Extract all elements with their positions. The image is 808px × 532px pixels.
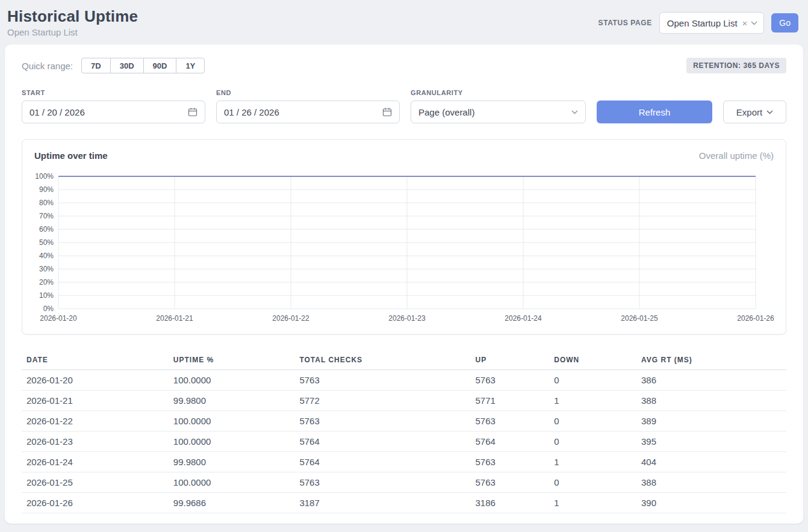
column-header-date: DATE bbox=[22, 350, 169, 370]
table-cell: 0 bbox=[549, 472, 636, 493]
quick-range-90d-button[interactable]: 90D bbox=[143, 58, 177, 73]
svg-text:80%: 80% bbox=[39, 199, 54, 207]
page-header: Historical Uptime Open Startup List STAT… bbox=[0, 0, 808, 37]
table-cell: 2026-01-25 bbox=[22, 472, 169, 493]
table-row: 2026-01-2699.9686318731861390 bbox=[22, 493, 786, 513]
granularity-select[interactable]: Page (overall) bbox=[411, 101, 586, 123]
granularity-selected-value: Page (overall) bbox=[418, 107, 474, 117]
chevron-down-icon bbox=[766, 110, 773, 114]
table-cell: 404 bbox=[636, 452, 786, 472]
title-block: Historical Uptime Open Startup List bbox=[7, 7, 138, 37]
svg-text:90%: 90% bbox=[39, 185, 54, 194]
end-date-input[interactable]: 01 / 26 / 2026 bbox=[216, 101, 400, 123]
quick-range-1y-button[interactable]: 1Y bbox=[176, 58, 205, 73]
column-header-down: DOWN bbox=[549, 350, 636, 370]
table-cell: 5772 bbox=[294, 391, 470, 411]
table-row: 2026-01-20100.0000576357630386 bbox=[22, 370, 786, 391]
go-button[interactable]: Go bbox=[771, 13, 798, 32]
table-cell: 0 bbox=[549, 431, 636, 452]
status-page-label: STATUS PAGE bbox=[598, 19, 652, 27]
table-cell: 3187 bbox=[294, 493, 470, 513]
status-page-selected-value: Open Startup List bbox=[667, 18, 738, 28]
table-cell: 2026-01-23 bbox=[22, 431, 169, 452]
table-cell: 99.9800 bbox=[169, 452, 295, 472]
table-cell: 389 bbox=[636, 411, 786, 431]
table-cell: 99.9686 bbox=[169, 493, 295, 513]
export-button-label: Export bbox=[736, 107, 762, 117]
uptime-line-chart: 0%10%20%30%40%50%60%70%80%90%100%2026-01… bbox=[34, 169, 775, 326]
table-cell: 0 bbox=[549, 411, 636, 431]
table-header-row: DATE UPTIME % TOTAL CHECKS UP DOWN AVG R… bbox=[22, 350, 786, 370]
chart-header: Uptime over time Overall uptime (%) bbox=[34, 150, 774, 161]
chart-legend: Overall uptime (%) bbox=[699, 150, 774, 161]
svg-text:100%: 100% bbox=[35, 172, 54, 181]
table-cell: 2026-01-26 bbox=[22, 493, 169, 513]
chart-title: Uptime over time bbox=[34, 150, 108, 161]
table-cell: 100.0000 bbox=[169, 431, 295, 452]
calendar-icon[interactable] bbox=[188, 107, 197, 117]
start-date-value: 01 / 20 / 2026 bbox=[30, 107, 85, 117]
table-cell: 390 bbox=[636, 493, 786, 513]
svg-text:2026-01-22: 2026-01-22 bbox=[272, 314, 309, 323]
svg-text:2026-01-26: 2026-01-26 bbox=[737, 314, 774, 323]
table-cell: 5771 bbox=[470, 391, 549, 411]
end-date-value: 01 / 26 / 2026 bbox=[224, 107, 279, 117]
end-date-field-group: END 01 / 26 / 2026 bbox=[216, 89, 400, 123]
column-header-total-checks: TOTAL CHECKS bbox=[294, 350, 470, 370]
uptime-table: DATE UPTIME % TOTAL CHECKS UP DOWN AVG R… bbox=[22, 350, 786, 513]
svg-text:2026-01-20: 2026-01-20 bbox=[40, 314, 77, 323]
table-cell: 99.9800 bbox=[169, 391, 295, 411]
retention-badge: RETENTION: 365 DAYS bbox=[686, 58, 786, 73]
column-header-up: UP bbox=[470, 350, 549, 370]
table-cell: 2026-01-22 bbox=[22, 411, 169, 431]
header-right: STATUS PAGE Open Startup List × Go bbox=[598, 12, 798, 34]
svg-text:2026-01-25: 2026-01-25 bbox=[621, 314, 658, 323]
table-cell: 2026-01-24 bbox=[22, 452, 169, 472]
table-cell: 5763 bbox=[470, 411, 549, 431]
table-cell: 5764 bbox=[470, 431, 549, 452]
column-header-uptime: UPTIME % bbox=[169, 350, 295, 370]
quick-range-label: Quick range: bbox=[22, 61, 73, 71]
refresh-button[interactable]: Refresh bbox=[597, 101, 712, 123]
table-cell: 1 bbox=[549, 391, 636, 411]
main-card: Quick range: 7D 30D 90D 1Y RETENTION: 36… bbox=[5, 45, 803, 524]
table-cell: 100.0000 bbox=[169, 472, 295, 493]
page-title: Historical Uptime bbox=[7, 7, 138, 26]
table-cell: 100.0000 bbox=[169, 411, 295, 431]
quick-range-row: Quick range: 7D 30D 90D 1Y RETENTION: 36… bbox=[22, 58, 786, 73]
table-row: 2026-01-25100.0000576357630388 bbox=[22, 472, 786, 493]
table-cell: 386 bbox=[636, 370, 786, 391]
table-cell: 0 bbox=[549, 370, 636, 391]
table-cell: 388 bbox=[636, 472, 786, 493]
calendar-icon[interactable] bbox=[382, 107, 392, 117]
quick-range-button-group: 7D 30D 90D 1Y bbox=[81, 58, 205, 73]
table-row: 2026-01-22100.0000576357630389 bbox=[22, 411, 786, 431]
page-subtitle: Open Startup List bbox=[7, 27, 138, 37]
svg-text:70%: 70% bbox=[39, 212, 54, 220]
end-date-label: END bbox=[216, 89, 400, 96]
table-cell: 1 bbox=[549, 493, 636, 513]
start-date-input[interactable]: 01 / 20 / 2026 bbox=[22, 101, 205, 123]
column-header-avg-rt: AVG RT (MS) bbox=[636, 350, 786, 370]
table-cell: 5763 bbox=[294, 472, 470, 493]
table-cell: 5764 bbox=[294, 431, 470, 452]
table-cell: 5764 bbox=[294, 452, 470, 472]
svg-text:0%: 0% bbox=[43, 305, 54, 313]
table-cell: 5763 bbox=[470, 452, 549, 472]
status-page-select[interactable]: Open Startup List × bbox=[659, 12, 765, 34]
svg-text:60%: 60% bbox=[39, 225, 54, 234]
chart-plot-area: 0%10%20%30%40%50%60%70%80%90%100%2026-01… bbox=[34, 169, 774, 326]
quick-range-7d-button[interactable]: 7D bbox=[81, 58, 111, 73]
table-cell: 5763 bbox=[294, 411, 470, 431]
svg-text:10%: 10% bbox=[39, 291, 54, 300]
table-cell: 388 bbox=[636, 391, 786, 411]
quick-range-30d-button[interactable]: 30D bbox=[110, 58, 144, 73]
clear-selection-icon[interactable]: × bbox=[742, 18, 748, 28]
svg-text:30%: 30% bbox=[39, 265, 54, 273]
table-row: 2026-01-2199.9800577257711388 bbox=[22, 391, 786, 411]
uptime-chart-card: Uptime over time Overall uptime (%) 0%10… bbox=[22, 139, 786, 335]
export-button[interactable]: Export bbox=[723, 101, 786, 123]
svg-text:20%: 20% bbox=[39, 278, 54, 286]
table-cell: 2026-01-21 bbox=[22, 391, 169, 411]
table-cell: 100.0000 bbox=[169, 370, 295, 391]
